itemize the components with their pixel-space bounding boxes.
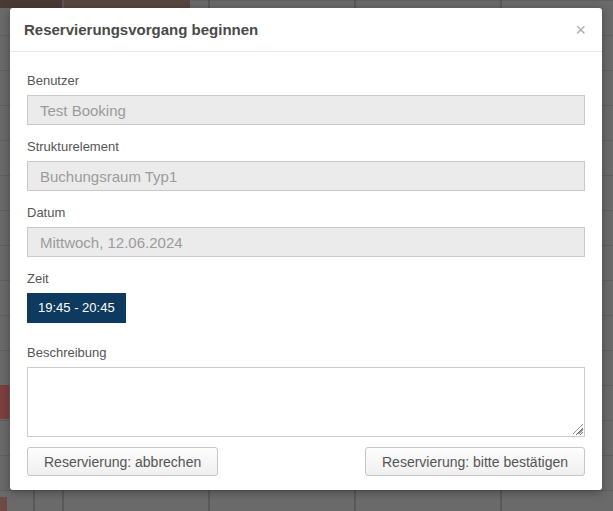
date-field bbox=[27, 227, 585, 257]
dialog-footer: Reservierung: abbrechen Reservierung: bi… bbox=[27, 447, 585, 476]
dialog-title: Reservierungsvorgang beginnen bbox=[24, 21, 258, 38]
time-label: Zeit bbox=[27, 271, 585, 286]
structure-element-field-label: Strukturelement bbox=[27, 139, 585, 154]
background-table-cell bbox=[0, 0, 62, 8]
description-textarea-wrap bbox=[27, 367, 585, 437]
dialog-body: Benutzer Strukturelement Datum Zeit 19:4… bbox=[10, 52, 602, 490]
description-label: Beschreibung bbox=[27, 345, 585, 360]
close-button[interactable]: × bbox=[569, 17, 592, 43]
structure-element-field bbox=[27, 161, 585, 191]
background-booked-cell bbox=[0, 385, 9, 419]
reservation-cancel-button[interactable]: Reservierung: abbrechen bbox=[27, 447, 218, 476]
date-field-label: Datum bbox=[27, 205, 585, 220]
reservation-dialog: Reservierungsvorgang beginnen × Benutzer… bbox=[10, 8, 602, 490]
background-booked-cell bbox=[0, 497, 7, 511]
dialog-header: Reservierungsvorgang beginnen × bbox=[10, 8, 602, 52]
description-textarea[interactable] bbox=[27, 367, 585, 437]
reservation-confirm-button[interactable]: Reservierung: bitte bestätigen bbox=[365, 447, 585, 476]
user-field-label: Benutzer bbox=[27, 73, 585, 88]
time-slot-badge: 19:45 - 20:45 bbox=[27, 293, 126, 323]
dimmed-booking-grid-backdrop: Reservierungsvorgang beginnen × Benutzer… bbox=[0, 0, 613, 511]
close-icon: × bbox=[575, 20, 586, 40]
user-field bbox=[27, 95, 585, 125]
background-table-cell bbox=[64, 0, 190, 8]
